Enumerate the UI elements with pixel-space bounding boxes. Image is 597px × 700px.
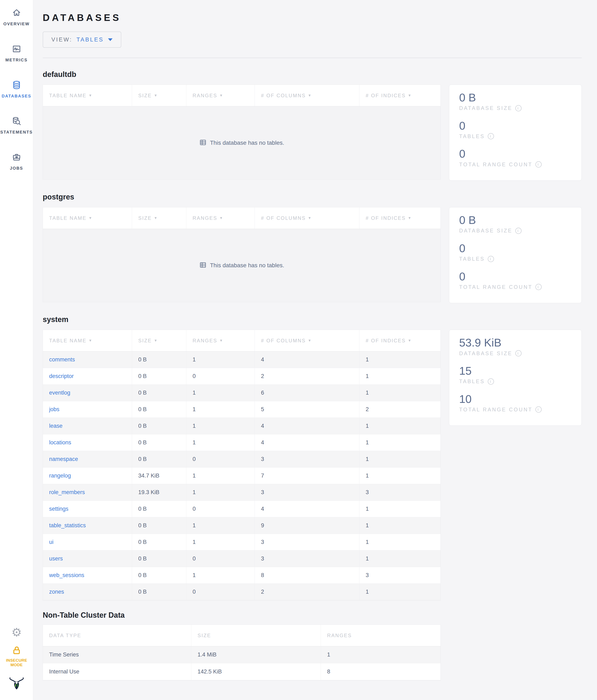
database-section-defaultdb: defaultdb TABLE NAME▼ SIZE▼ RANGES▼ # OF… — [43, 70, 582, 181]
table-link[interactable]: settings — [49, 506, 69, 512]
cell-ranges: 1 — [186, 418, 255, 434]
table-row: web_sessions 0 B 1 8 3 — [43, 567, 441, 584]
stat-value: 0 — [459, 242, 575, 255]
column-header-table-name[interactable]: TABLE NAME▼ — [43, 85, 132, 106]
info-icon[interactable]: i — [536, 284, 542, 290]
column-header-table-name[interactable]: TABLE NAME▼ — [43, 207, 132, 229]
cell-indices: 3 — [359, 484, 441, 501]
table-link[interactable]: rangelog — [49, 473, 71, 479]
cell-table-name: jobs — [43, 401, 132, 418]
stat-label: TOTAL RANGE COUNT — [459, 284, 533, 290]
info-icon[interactable]: i — [536, 406, 542, 412]
cell-table-name: lease — [43, 418, 132, 434]
view-dropdown-value: TABLES — [77, 36, 104, 43]
info-icon[interactable]: i — [488, 256, 494, 262]
sidebar-item-statements[interactable]: STATEMENTS — [0, 116, 33, 148]
info-icon[interactable]: i — [488, 133, 494, 139]
cell-indices: 1 — [359, 351, 441, 368]
gear-icon[interactable]: ⚙ — [11, 627, 22, 638]
column-header-size[interactable]: SIZE▼ — [132, 207, 186, 229]
view-dropdown[interactable]: VIEW: TABLES — [43, 31, 121, 48]
table-link[interactable]: ui — [49, 539, 53, 545]
stat-tables: 0 TABLESi — [459, 119, 575, 140]
table-link[interactable]: web_sessions — [49, 572, 84, 578]
cell-columns: 2 — [255, 368, 359, 384]
cell-size: 0 B — [132, 384, 186, 401]
column-header-size[interactable]: SIZE▼ — [132, 85, 186, 106]
stat-value: 0 — [459, 147, 575, 160]
home-icon — [11, 8, 22, 19]
empty-state: This database has no tables. — [43, 229, 441, 302]
column-header-columns[interactable]: # OF COLUMNS▼ — [255, 330, 359, 351]
sort-arrow-icon: ▼ — [154, 94, 158, 98]
cell-size: 0 B — [132, 401, 186, 418]
info-icon[interactable]: i — [515, 105, 522, 111]
table-link[interactable]: role_members — [49, 489, 85, 496]
table-link[interactable]: comments — [49, 356, 75, 363]
stat-label: TABLES — [459, 378, 485, 384]
table-link[interactable]: table_statistics — [49, 522, 86, 529]
database-stats-card: 53.9 KiB DATABASE SIZEi 15 TABLESi 10 TO… — [449, 330, 582, 426]
info-icon[interactable]: i — [488, 378, 494, 384]
cell-table-name: rangelog — [43, 468, 132, 484]
table-link[interactable]: descriptor — [49, 373, 74, 379]
column-header-indices[interactable]: # OF INDICES▼ — [359, 330, 441, 351]
table-row: users 0 B 0 3 1 — [43, 550, 441, 567]
column-header-indices[interactable]: # OF INDICES▼ — [359, 85, 441, 106]
column-header-columns[interactable]: # OF COLUMNS▼ — [255, 207, 359, 229]
table-icon — [199, 261, 207, 270]
column-header-ranges[interactable]: RANGES▼ — [186, 85, 255, 106]
cell-size: 0 B — [132, 550, 186, 567]
main-content: DATABASES VIEW: TABLES defaultdb TABLE N… — [33, 0, 597, 680]
table-row: jobs 0 B 1 5 2 — [43, 401, 441, 418]
table-link[interactable]: users — [49, 555, 63, 562]
cell-ranges: 0 — [186, 584, 255, 600]
table-link[interactable]: zones — [49, 589, 64, 595]
sidebar-item-overview[interactable]: OVERVIEW — [0, 8, 33, 40]
table-link[interactable]: lease — [49, 423, 62, 429]
sidebar-footer: ⚙ INSECURE MODE — [0, 627, 33, 694]
chevron-down-icon — [108, 39, 112, 41]
table-link[interactable]: eventlog — [49, 390, 70, 396]
stat-total-range-count: 0 TOTAL RANGE COUNTi — [459, 147, 575, 168]
table-link[interactable]: namespace — [49, 456, 78, 462]
database-icon — [11, 80, 22, 91]
column-header-indices[interactable]: # OF INDICES▼ — [359, 207, 441, 229]
cell-indices: 1 — [359, 534, 441, 550]
column-header-ranges[interactable]: RANGES▼ — [186, 207, 255, 229]
table-row: Internal Use 142.5 KiB 8 — [43, 663, 441, 680]
cell-indices: 3 — [359, 567, 441, 583]
table-row: table_statistics 0 B 1 9 1 — [43, 517, 441, 534]
cell-indices: 1 — [359, 584, 441, 600]
cell-columns: 4 — [255, 501, 359, 517]
cell-ranges: 1 — [186, 351, 255, 368]
cell-columns: 3 — [255, 451, 359, 467]
column-header-table-name[interactable]: TABLE NAME▼ — [43, 330, 132, 351]
cell-indices: 1 — [359, 550, 441, 567]
cell-indices: 1 — [359, 517, 441, 534]
sidebar-item-databases[interactable]: DATABASES — [0, 80, 33, 111]
table-row: ui 0 B 1 3 1 — [43, 534, 441, 550]
section-heading: Non-Table Cluster Data — [43, 611, 582, 620]
table-link[interactable]: locations — [49, 440, 71, 446]
column-header-ranges[interactable]: RANGES▼ — [186, 330, 255, 351]
insecure-mode-indicator[interactable]: INSECURE MODE — [0, 645, 33, 667]
cell-data-type: Internal Use — [43, 663, 191, 680]
cell-size: 1.4 MiB — [191, 646, 321, 663]
table-body: Time Series 1.4 MiB 1 Internal Use 142.5… — [43, 646, 441, 680]
cell-columns: 3 — [255, 484, 359, 501]
info-icon[interactable]: i — [515, 228, 522, 234]
info-icon[interactable]: i — [536, 161, 542, 168]
sidebar-item-metrics[interactable]: METRICS — [0, 44, 33, 75]
cell-ranges: 1 — [186, 484, 255, 501]
sidebar-item-jobs[interactable]: JOBS — [0, 152, 33, 184]
sidebar-item-label: DATABASES — [2, 94, 31, 99]
sidebar-nav: OVERVIEW METRICS DATABASES — [0, 0, 33, 188]
stat-label: DATABASE SIZE — [459, 228, 513, 234]
column-header-size[interactable]: SIZE▼ — [132, 330, 186, 351]
stat-total-range-count: 10 TOTAL RANGE COUNTi — [459, 393, 575, 413]
table-link[interactable]: jobs — [49, 406, 59, 412]
cell-columns: 4 — [255, 418, 359, 434]
column-header-columns[interactable]: # OF COLUMNS▼ — [255, 85, 359, 106]
info-icon[interactable]: i — [515, 350, 522, 356]
